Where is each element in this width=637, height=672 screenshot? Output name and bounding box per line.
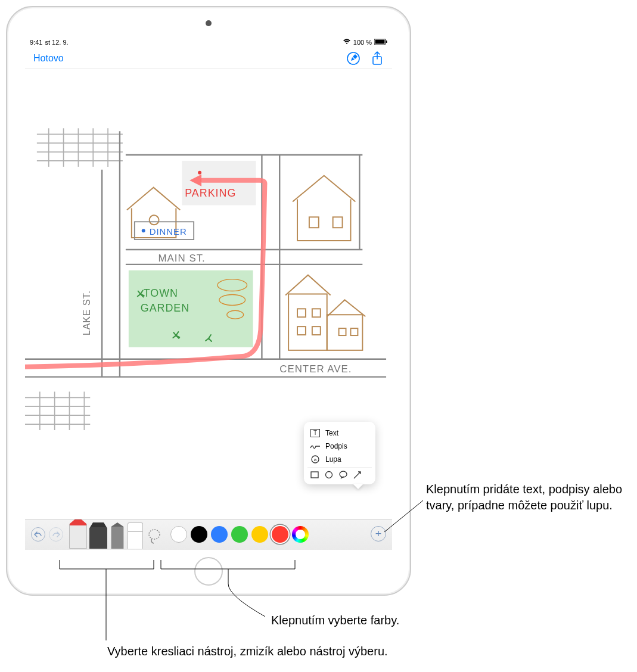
sketch-dinner-text: DINNER	[150, 227, 187, 237]
magnifier-icon: a	[310, 455, 321, 464]
svg-point-23	[198, 171, 201, 175]
drawing-canvas[interactable]: PARKING DINNER MAIN ST. LAKE ST. TOWN GA…	[25, 69, 392, 519]
svg-rect-1	[375, 40, 385, 44]
wifi-icon	[343, 39, 351, 46]
svg-rect-48	[350, 328, 358, 335]
pencil-tool[interactable]	[110, 522, 125, 549]
sketch-town-text: TOWN	[144, 287, 178, 299]
signature-icon	[310, 441, 321, 451]
sketch-lakest-text: LAKE ST.	[82, 290, 92, 335]
svg-rect-40	[333, 217, 343, 228]
svg-rect-45	[297, 326, 306, 335]
shape-circle-button[interactable]	[324, 470, 334, 480]
svg-rect-47	[339, 328, 346, 335]
camera-dot	[206, 20, 212, 26]
undo-button[interactable]	[31, 527, 45, 542]
status-date: st 12. 9.	[45, 39, 68, 46]
popup-magnifier-label: Lupa	[325, 455, 341, 463]
shape-speech-button[interactable]	[338, 470, 348, 480]
svg-rect-2	[386, 41, 387, 43]
color-blue[interactable]	[211, 526, 228, 543]
svg-text:T: T	[313, 430, 317, 436]
svg-point-59	[149, 530, 160, 539]
home-button[interactable]	[194, 557, 223, 586]
markup-pen-icon[interactable]	[347, 52, 360, 65]
sketch-mainst-text: MAIN ST.	[159, 253, 206, 264]
add-annotation-popup: T Text Podpis a Lupa	[304, 422, 375, 484]
share-icon[interactable]	[371, 52, 384, 65]
text-box-icon: T	[310, 428, 321, 438]
highlighter-tool[interactable]	[89, 522, 107, 549]
svg-rect-41	[288, 294, 327, 350]
popup-text-item[interactable]: T Text	[307, 427, 372, 440]
color-black[interactable]	[191, 526, 207, 543]
ipad-frame: 9:41 st 12. 9. 100 % Hotovo	[6, 6, 411, 596]
marker-tool[interactable]	[69, 519, 87, 549]
sketch-centerave-text: CENTER AVE.	[279, 363, 352, 375]
screen: 9:41 st 12. 9. 100 % Hotovo	[25, 37, 392, 550]
callout-colors: Klepnutím vyberte farby.	[271, 612, 399, 629]
status-bar: 9:41 st 12. 9. 100 %	[25, 37, 392, 48]
color-yellow[interactable]	[251, 526, 268, 543]
popup-magnifier-item[interactable]: a Lupa	[307, 453, 372, 466]
sketch-parking-text: PARKING	[185, 187, 236, 199]
svg-text:a: a	[314, 457, 317, 462]
svg-point-50	[142, 229, 145, 232]
callout-plus: Klepnutím pridáte text, podpisy alebo tv…	[426, 481, 632, 514]
callout-tools: Vyberte kresliaci nástroj, zmizík alebo …	[107, 643, 388, 659]
add-annotation-button[interactable]: +	[371, 526, 386, 542]
svg-point-58	[340, 471, 347, 477]
eraser-tool[interactable]	[128, 522, 143, 549]
svg-rect-44	[312, 309, 321, 317]
svg-point-38	[150, 215, 159, 225]
color-green[interactable]	[231, 526, 248, 543]
svg-point-57	[326, 472, 333, 478]
battery-text: 100 %	[353, 39, 372, 46]
color-red-selected[interactable]	[272, 526, 288, 543]
done-button[interactable]: Hotovo	[33, 53, 64, 64]
sketch-garden-text: GARDEN	[141, 302, 189, 314]
color-white[interactable]	[170, 526, 187, 543]
nav-bar: Hotovo	[25, 48, 392, 69]
svg-rect-39	[309, 217, 319, 228]
popup-text-label: Text	[325, 429, 338, 437]
color-wheel-button[interactable]	[292, 526, 309, 543]
popup-signature-item[interactable]: Podpis	[307, 440, 372, 453]
shape-arrow-button[interactable]	[353, 470, 362, 480]
svg-rect-43	[297, 309, 306, 317]
markup-toolbar: +	[25, 519, 392, 550]
battery-icon	[374, 39, 387, 46]
redo-button[interactable]	[49, 527, 63, 542]
svg-rect-46	[312, 326, 321, 335]
status-time: 9:41	[30, 39, 42, 46]
svg-rect-56	[311, 472, 318, 478]
shape-rectangle-button[interactable]	[310, 470, 319, 480]
lasso-tool[interactable]	[145, 525, 163, 549]
popup-signature-label: Podpis	[325, 442, 347, 450]
